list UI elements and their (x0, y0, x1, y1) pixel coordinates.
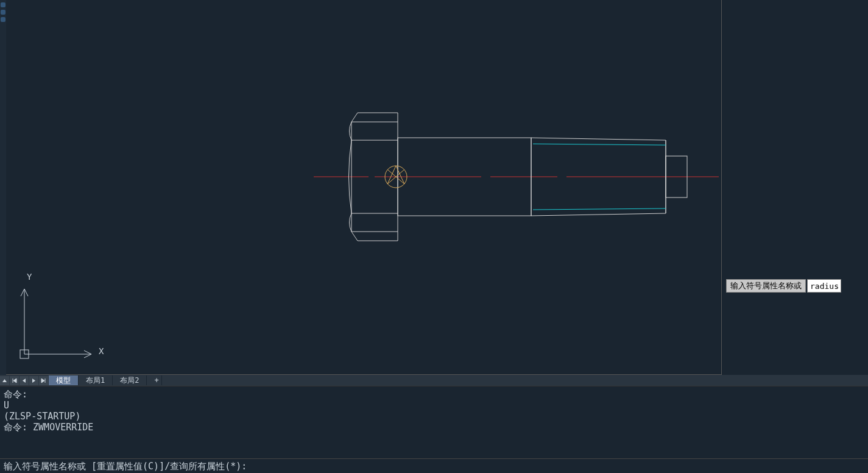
history-line: (ZLSP-STARTUP) (4, 411, 864, 422)
tab-prev-icon[interactable] (19, 376, 29, 385)
history-line: 命令: (4, 389, 864, 400)
ucs-indicator: Y X (18, 272, 110, 369)
left-tool-rail (0, 0, 6, 375)
history-line: U (4, 400, 864, 411)
tab-model[interactable]: 模型 (49, 375, 79, 385)
history-line: 命令: ZWMOVERRIDE (4, 422, 864, 433)
right-panel (722, 0, 868, 375)
rail-item[interactable] (1, 17, 5, 22)
tab-layout2[interactable]: 布局2 (113, 375, 147, 385)
tab-collapse-up-icon[interactable] (0, 376, 9, 385)
layout-tab-bar: 模型 布局1 布局2 + (0, 375, 868, 386)
tab-next-icon[interactable] (29, 376, 38, 385)
tab-last-icon[interactable] (39, 376, 48, 385)
svg-line-12 (533, 144, 666, 145)
drawing-svg (6, 0, 722, 375)
rail-item[interactable] (1, 2, 5, 7)
command-history[interactable]: 命令: U (ZLSP-STARTUP) 命令: ZWMOVERRIDE (0, 386, 868, 452)
rail-item[interactable] (1, 10, 5, 15)
tab-layout1[interactable]: 布局1 (79, 375, 113, 385)
svg-line-13 (533, 208, 666, 210)
tab-add-button[interactable]: + (147, 375, 162, 385)
tooltip-input[interactable] (807, 279, 841, 293)
command-prompt-text: 输入符号属性名称或 [重置属性值(C)]/查询所有属性(*): (4, 461, 247, 472)
inline-prompt-tooltip: 输入符号属性名称或 (726, 279, 841, 293)
tooltip-label: 输入符号属性名称或 (726, 279, 806, 293)
drawing-canvas[interactable]: Y X (6, 0, 722, 375)
command-prompt[interactable]: 输入符号属性名称或 [重置属性值(C)]/查询所有属性(*): (0, 458, 868, 473)
tab-first-icon[interactable] (10, 376, 19, 385)
